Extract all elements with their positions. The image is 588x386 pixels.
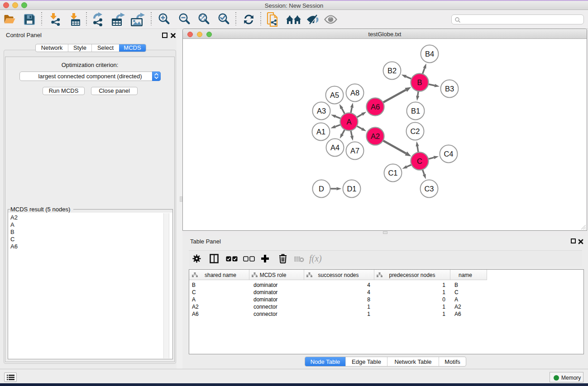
svg-text:A4: A4 bbox=[330, 143, 339, 152]
svg-text:B3: B3 bbox=[445, 85, 454, 93]
svg-text:A: A bbox=[346, 118, 351, 126]
svg-text:C3: C3 bbox=[424, 185, 434, 193]
svg-text:A7: A7 bbox=[350, 147, 359, 155]
svg-text:C: C bbox=[417, 157, 422, 165]
svg-text:C2: C2 bbox=[410, 127, 420, 135]
svg-text:B4: B4 bbox=[425, 50, 434, 58]
svg-text:C4: C4 bbox=[444, 150, 453, 158]
svg-text:B1: B1 bbox=[411, 107, 420, 115]
svg-text:A1: A1 bbox=[316, 128, 325, 136]
svg-text:B: B bbox=[417, 78, 422, 86]
svg-text:B2: B2 bbox=[387, 67, 397, 75]
svg-text:A6: A6 bbox=[371, 103, 380, 111]
svg-text:C1: C1 bbox=[388, 169, 397, 177]
svg-text:D: D bbox=[319, 185, 324, 193]
svg-text:A3: A3 bbox=[317, 107, 326, 115]
svg-text:D1: D1 bbox=[347, 185, 356, 193]
svg-text:A8: A8 bbox=[350, 89, 359, 97]
svg-text:A2: A2 bbox=[371, 132, 380, 140]
svg-text:A5: A5 bbox=[330, 91, 339, 99]
